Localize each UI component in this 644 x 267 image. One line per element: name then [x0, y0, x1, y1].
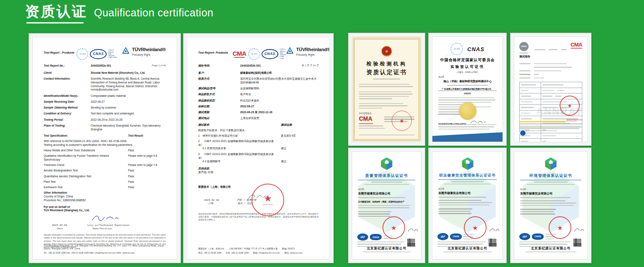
test-name: Qualitative Identification by Fourier Tr… — [44, 154, 128, 162]
cert-title: 环境管理体系认证证书 — [520, 173, 581, 180]
field-value: Shuotai New Material (Shenzhen) Co., Ltd… — [91, 71, 166, 75]
test-name: Quantitative Aerobic Disintegration Test — [44, 175, 128, 179]
field-value: 2022-06-27 — [91, 100, 166, 104]
certificate-paper: 职业健康安全管理体系认证证书 兹证明： 东莞市硕泰实业有限公司 — [432, 151, 503, 259]
certificate-paper: Test Report - Products ILAC-MRA CNAS 中国认… — [32, 37, 177, 259]
other-info-label: Other Information: — [44, 191, 166, 195]
red-seal-icon: ★ — [382, 216, 405, 239]
report-no-value: 244433452a 001 — [91, 64, 141, 68]
prove-label: 兹证明： — [438, 188, 497, 190]
cert-title: 职业健康安全管理体系认证证书 — [438, 173, 497, 180]
field-label: 收样日期: — [198, 105, 240, 109]
cert-title: 质量管理体系认证证书 — [358, 173, 415, 180]
origin-line: 原产地: 中国 — [198, 171, 319, 174]
registration-no: （注册号：CNAS L17387） — [438, 71, 497, 73]
report-meta-bars — [530, 42, 571, 52]
star-icon: ★ — [391, 225, 396, 231]
prove-label: 兹证明： — [438, 76, 497, 78]
field-label: Sample Receiving Date: — [44, 100, 91, 104]
signature-icon — [573, 226, 584, 233]
field-label: 联系方式: — [198, 77, 240, 85]
certificate-tuv-report-en[interactable]: Test Report - Products ILAC-MRA CNAS 中国认… — [29, 33, 181, 263]
test-name: Heavy Metals and Other Toxic Substances — [44, 149, 128, 153]
certificate-iso-environment[interactable]: 环境管理体系认证证书 兹证明： 东莞市硕泰实业有限公司 — [510, 148, 592, 263]
star-icon: ★ — [264, 194, 272, 203]
annray-logo-icon: ANNRAY 测试报告 — [519, 42, 530, 59]
test-name: Plant Test — [44, 180, 128, 184]
section-title-zh: 资质认证 — [25, 2, 87, 21]
field-label: 样品获取方式: — [198, 93, 240, 96]
cnas-logo-icon: CNAS — [467, 46, 484, 52]
test-name: 2 《GB/T 41010-2021 生物降解塑料与制品降解性能及标识要求》4.… — [198, 140, 281, 150]
issuer-company: 北京新纪源认证有限公司 — [352, 246, 421, 254]
iaf-logo-icon: IAF — [357, 233, 368, 241]
test-result: Pass — [128, 175, 166, 179]
field-value: Sending by customer — [91, 106, 166, 110]
scope-line: 证书覆盖范围：包装材料（薄膜）及塑料制品的生产 — [358, 200, 415, 203]
spec-label: Test Specification: — [44, 134, 68, 138]
section-header: 资质认证 Qualification certification — [25, 2, 213, 21]
annray-url: www.annraytest.com — [566, 119, 582, 121]
signature-date: 2023-02-02 — [52, 224, 67, 227]
ilac-mra-logo-icon: ILAC-MRA — [450, 43, 463, 55]
certificate-annray-test-report[interactable]: ANNRAY 测试报告 CMA — [510, 33, 592, 146]
field-label: Contact Information: — [44, 77, 91, 92]
postal-code: 526231 — [438, 92, 497, 95]
certified-company: 东莞市硕泰实业有限公司 — [438, 191, 497, 195]
date-bars — [358, 211, 391, 217]
signature-icon — [90, 214, 120, 222]
date-label: 日期 — [208, 202, 213, 205]
cert-no-bars — [438, 181, 497, 184]
res-label: 测试结果: — [281, 123, 319, 127]
field-value: Test item complete and undamaged — [91, 112, 166, 116]
star-icon: ★ — [557, 225, 563, 231]
req-label: 测试要求: — [198, 123, 210, 127]
cma-mark-block: 许可使用标志 CMA — [359, 112, 385, 130]
test-intro: 根据客户的要求，对以下参数进行测试： — [198, 129, 319, 132]
title-underline — [26, 22, 84, 23]
certificate-iso-ohs[interactable]: 职业健康安全管理体系认证证书 兹证明： 东莞市硕泰实业有限公司 — [428, 148, 507, 263]
test-name: 1 傅里叶变换红外光谱定性分析 — [198, 134, 281, 138]
report-no-label: Test Report No.: — [44, 64, 91, 68]
certificate-cnas-laboratory[interactable]: CNAS CNAS CNAS ILAC-MRA CNAS 中国合格评定国家认可委… — [428, 33, 507, 146]
field-label: Identification/Model No(s).: — [44, 94, 91, 98]
date-bars — [438, 208, 472, 214]
accreditation-text: 中国认可 国际互认 检测 TESTING CNAS L2008 — [280, 49, 286, 60]
certificate-paper: ★ 检验检测机构 资质认定证书 — [352, 36, 421, 142]
test-name: Thickness Check — [44, 163, 128, 167]
ilac-mra-logo-icon: ILAC-MRA — [248, 48, 260, 60]
annray-watermark: ANNRAY — [514, 106, 583, 117]
request-fields — [519, 62, 582, 80]
cnas-logo-icon: CNAS — [450, 233, 462, 240]
qr-code — [489, 238, 497, 246]
certificate-paper: CNAS CNAS CNAS ILAC-MRA CNAS 中国合格评定国家认可委… — [432, 36, 503, 142]
field-value: 样品完好未损坏 — [240, 99, 319, 103]
certificate-cma-accreditation[interactable]: ★ 检验检测机构 资质认定证书 — [348, 33, 425, 146]
certificate-footer: TÜV Rheinland (Shanghai) Co., Ltd. Shang… — [44, 244, 166, 255]
date-label: Date — [57, 227, 63, 231]
test-result: Please refer to page 7-8 — [128, 163, 166, 167]
section-title-en: Qualification certification — [94, 7, 213, 19]
red-seal-icon: ★ — [464, 216, 487, 239]
test-result: Pass — [128, 180, 166, 184]
certificate-paper: 质量管理体系认证证书 兹证明： 东莞市硕泰实业有限公司 证书覆盖范围：包装材料（… — [352, 151, 421, 259]
cert-no-bars — [358, 181, 415, 185]
test-result: Pass — [128, 186, 166, 189]
certificate-tuv-report-cn[interactable]: Test Report- Products CMA ILAC-MRA CNAS … — [183, 33, 334, 263]
prove-label: 兹证明： — [520, 188, 581, 190]
doc-type-label: Test Report - Products — [44, 51, 76, 54]
scope-bars — [520, 200, 581, 206]
cnas-logo-icon: CNAS — [262, 49, 278, 59]
cnas-logo-icon: CNAS — [532, 233, 544, 240]
test-name: Earthworm Test — [44, 186, 128, 189]
field-value: Chemical laboratory Shanghai& Kunshan, T… — [91, 124, 166, 132]
field-label: Place of Testing: — [44, 124, 91, 132]
company-address: 广东省佛山市南海区大沥镇锦步锦虹西路52号A栋110、 — [438, 88, 497, 91]
cma-logo-icon: CMA — [571, 42, 582, 49]
page-info: 第 1 页 共 14 页 — [293, 64, 319, 68]
issuer-company: 北京新纪源认证有限公司 — [432, 246, 503, 254]
certificate-paper: 环境管理体系认证证书 兹证明： 东莞市硕泰实业有限公司 — [514, 151, 588, 259]
certificate-iso-quality[interactable]: 质量管理体系认证证书 兹证明： 东莞市硕泰实业有限公司 证书覆盖范围：包装材料（… — [348, 148, 425, 263]
test-result: 参见第3-4页 — [281, 134, 319, 138]
test-result: Pass — [128, 149, 166, 153]
